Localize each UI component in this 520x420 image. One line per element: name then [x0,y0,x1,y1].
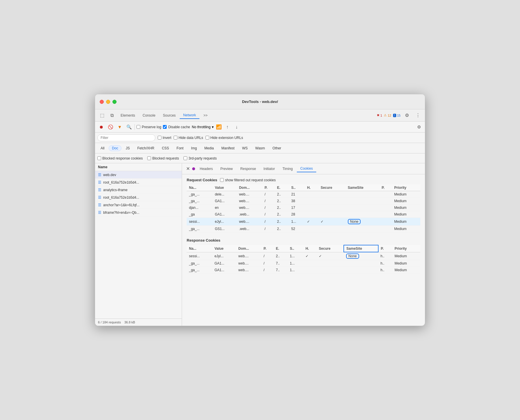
table-row[interactable]: djan... en web.... / 2.. 17 Medium [187,204,420,211]
resp-col-size[interactable]: S.. [288,245,303,252]
minimize-button[interactable] [106,100,110,104]
info-badge: ! 15 [393,114,401,117]
table-row[interactable]: sessi... eJyl... web.... / 2.. 1... ✓ ✓ … [187,252,420,260]
file-item-2[interactable]: ☰ analytics-iframe [95,186,182,194]
col-priority[interactable]: Priority [392,184,420,191]
table-row[interactable]: _ga_... GA1... web.... / 7.. 1... h.. [187,260,420,267]
col-value[interactable]: Value [212,184,237,191]
type-btn-css[interactable]: CSS [159,145,172,151]
col-secure[interactable]: Secure [318,184,346,191]
maximize-button[interactable] [112,100,117,104]
type-btn-font[interactable]: Font [173,145,187,151]
settings-icon[interactable]: ⚙ [402,111,412,120]
more-options-icon[interactable]: ⋮ [413,111,423,120]
resp-col-name[interactable]: Na... [187,245,212,252]
resp-col-priority[interactable]: Priority [392,245,420,252]
blocked-requests-checkbox[interactable]: Blocked requests [147,156,179,160]
search-button[interactable]: 🔍 [125,123,133,131]
resp-col-samesite[interactable]: SameSite [344,245,378,252]
table-row[interactable]: _ga GA1... .web... / 2.. 28 Medium [187,211,420,218]
close-detail-button[interactable]: ✕ [184,165,192,172]
resp-col-priority-abbr[interactable]: P. [378,245,392,252]
inspect-icon[interactable]: ⬚ [97,111,107,120]
record-button[interactable]: ⏺ [97,123,105,131]
type-btn-js[interactable]: JS [123,145,133,151]
tab-response[interactable]: Response [237,166,259,172]
blocked-filter-bar: Blocked response cookies Blocked request… [95,153,425,163]
type-btn-other[interactable]: Other [269,145,284,151]
resp-col-value[interactable]: Value [212,245,236,252]
close-button[interactable] [100,100,104,104]
type-btn-media[interactable]: Media [201,145,217,151]
tab-initiator[interactable]: Initiator [260,166,278,172]
resp-col-path[interactable]: P. [261,245,274,252]
invert-checkbox[interactable]: Invert [158,136,171,140]
tab-more[interactable]: >> [200,112,211,119]
type-btn-fetch[interactable]: Fetch/XHR [134,145,158,151]
request-cookies-table: Na... Value Dom... P. E. S.. H. Secure S… [187,184,420,232]
col-path[interactable]: P. [262,184,275,191]
throttle-selector[interactable]: No throttling ▼ [192,125,214,129]
resp-col-httponly[interactable]: H. [303,245,317,252]
blocked-response-cookies-checkbox[interactable]: Blocked response cookies [97,156,143,160]
table-row[interactable]: _ga_... dele... web.... / 2.. 21 Med [187,191,420,198]
resp-col-domain[interactable]: Dom... [236,245,261,252]
col-httponly[interactable]: H. [305,184,318,191]
error-icon: ✖ [377,113,379,117]
type-btn-all[interactable]: All [97,145,108,151]
file-item-4[interactable]: ☰ anchor?ar=1&k=6Lfqf... [95,201,182,209]
throttle-arrow[interactable]: ▼ [211,125,214,129]
samesite-none-badge-resp: None [346,254,359,259]
hide-data-urls-checkbox[interactable]: Hide data URLs [174,136,203,140]
detail-tab-bar: ✕ Headers Preview Response Initiator Tim… [182,163,425,174]
disable-cache-checkbox[interactable]: Disable cache [163,125,190,129]
file-item-5[interactable]: ☰ bframe?hl=en&v=-Qb... [95,209,182,216]
cookie-detail-content: Request Cookies show filtered out reques… [182,174,425,326]
upload-icon[interactable]: ↑ [223,123,231,131]
type-btn-manifest[interactable]: Manifest [218,145,238,151]
col-name[interactable]: Na... [187,184,212,191]
table-row[interactable]: _ga_... GS1... .web... / 2.. 52 Medi [187,226,420,232]
tab-network[interactable]: Network [180,112,199,119]
devtools-window: DevTools - web.dev/ ⬚ ⧉ Elements Console… [95,94,425,326]
type-btn-ws[interactable]: WS [239,145,251,151]
col-expires[interactable]: E. [275,184,289,191]
col-size[interactable]: S.. [289,184,305,191]
tab-console[interactable]: Console [139,112,159,119]
tab-cookies[interactable]: Cookies [297,165,316,172]
type-btn-wasm[interactable]: Wasm [252,145,268,151]
titlebar: DevTools - web.dev/ [95,94,425,109]
type-btn-img[interactable]: Img [188,145,200,151]
tab-sources[interactable]: Sources [159,112,179,119]
type-btn-doc[interactable]: Doc [109,145,121,151]
filter-bar: Invert Hide data URLs Hide extension URL… [95,133,425,143]
tab-timing[interactable]: Timing [279,166,296,172]
tab-preview[interactable]: Preview [217,166,236,172]
hide-ext-urls-checkbox[interactable]: Hide extension URLs [206,136,243,140]
third-party-checkbox[interactable]: 3rd-party requests [183,156,217,160]
file-item-1[interactable]: ☰ root_616a752e1b5d4... [95,179,182,186]
preserve-log-checkbox[interactable]: Preserve log [137,125,161,129]
download-icon[interactable]: ↓ [233,123,240,131]
file-item-3[interactable]: ☰ root_616a752e1b5d4... [95,194,182,201]
clear-button[interactable]: 🚫 [107,123,114,131]
table-row[interactable]: _ga_... GA1... web.... / 2.. 38 Medi [187,198,420,204]
network-toolbar: ⏺ 🚫 ▼ 🔍 Preserve log Disable cache No th… [95,122,425,133]
table-row-highlighted[interactable]: sessi... eJyl... web.... / 2.. 1... ✓ ✓ … [187,218,420,226]
show-filtered-checkbox[interactable]: show filtered out request cookies [220,178,276,182]
request-cookies-header: Request Cookies show filtered out reques… [187,178,420,182]
col-samesite[interactable]: SameSite [346,184,379,191]
filter-button[interactable]: ▼ [116,123,123,131]
col-priority-abbr[interactable]: P. [379,184,392,191]
resp-col-secure[interactable]: Secure [317,245,344,252]
col-domain[interactable]: Dom... [237,184,262,191]
table-row[interactable]: _ga_... GA1... web.... / 7.. 1... h.. [187,267,420,274]
tab-headers[interactable]: Headers [196,166,216,172]
tab-elements[interactable]: Elements [117,112,139,119]
wifi-icon: 📶 [216,124,222,130]
network-settings-icon[interactable]: ⚙ [415,123,423,131]
resp-col-expires[interactable]: E. [274,245,288,252]
filter-input[interactable] [97,134,155,141]
device-icon[interactable]: ⧉ [107,111,117,120]
file-item-0[interactable]: ☰ web.dev [95,171,182,179]
